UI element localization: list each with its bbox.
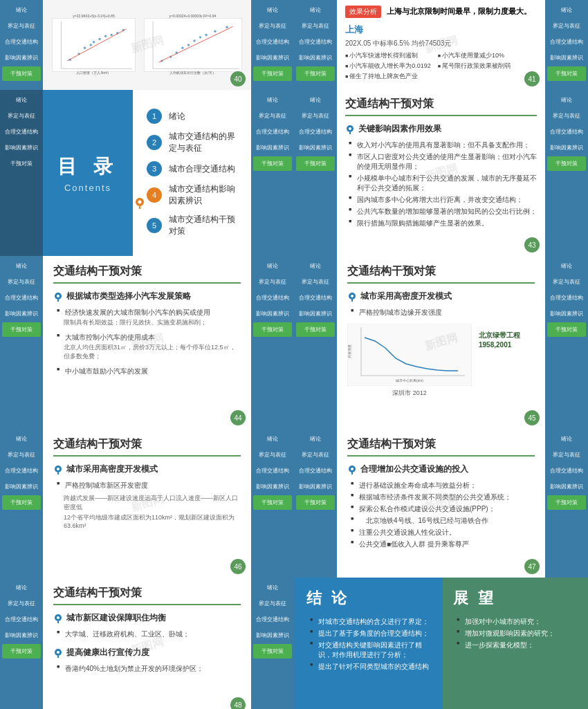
lsb5-hl[interactable]: 合理交通结构 <box>2 291 41 305</box>
rsb6-ln[interactable]: 绪论 <box>547 259 586 273</box>
rsb8-jd[interactable]: 界定与表征 <box>547 448 586 462</box>
rsb9-ln[interactable]: 绪论 <box>253 580 292 595</box>
lsb9-yx[interactable]: 影响因素辨识 <box>2 628 41 643</box>
rsb5-gy[interactable]: 干预对策 <box>253 322 292 337</box>
toc-item-1[interactable]: 1 绪论 <box>147 109 237 124</box>
rsb4-gy[interactable]: 干预对策 <box>547 156 586 171</box>
lsb3-ln[interactable]: 绪论 <box>2 93 41 107</box>
lsb2-yx[interactable]: 影响因素辨识 <box>296 50 335 65</box>
lsb7-gy[interactable]: 干预对策 <box>2 495 41 510</box>
rsb5-jd[interactable]: 界定与表征 <box>253 275 292 289</box>
rsb7-gy[interactable]: 干预对策 <box>253 495 292 510</box>
lsb5-jd[interactable]: 界定与表征 <box>2 275 41 289</box>
rsb7-ln[interactable]: 绪论 <box>253 432 292 446</box>
rsb9-gy[interactable]: 干预对策 <box>253 644 292 659</box>
effect-content: 效果分析 上海与北京限制时间最早，限制力度最大。 上海 202X.05 中标率6… <box>337 0 545 90</box>
rsb3-jd[interactable]: 界定与表征 <box>253 109 292 123</box>
lsb3-yx[interactable]: 影响因素辨识 <box>2 140 41 155</box>
rsb1-gydce[interactable]: 干预对策 <box>253 66 292 81</box>
rsb5-hl[interactable]: 合理交通结构 <box>253 291 292 305</box>
rsb9-jd[interactable]: 界定与表征 <box>253 596 292 611</box>
lsb7-ln[interactable]: 绪论 <box>2 432 41 446</box>
lsb4-hl[interactable]: 合理交通结构 <box>296 125 335 139</box>
lsb2-hl[interactable]: 合理交通结构 <box>296 35 335 49</box>
rsb2-jd[interactable]: 界定与表征 <box>547 19 586 33</box>
sidebar-item-lunwen[interactable]: 绪论 <box>2 3 41 17</box>
toc-item-5[interactable]: 5 城市交通结构干预对策 <box>147 214 237 237</box>
rsb8-hl[interactable]: 合理交通结构 <box>547 463 586 478</box>
rsb7-hl[interactable]: 合理交通结构 <box>253 463 292 478</box>
lsb6-hl[interactable]: 合理交通结构 <box>296 291 335 305</box>
sidebar-item-hljg[interactable]: 合理交通结构 <box>2 35 41 49</box>
p48-sub2-title: 提高健康出行宣传力度 <box>53 647 241 659</box>
toc-item-2[interactable]: 2 城市交通结构的界定与表征 <box>147 131 237 154</box>
lsb7-hl[interactable]: 合理交通结构 <box>2 463 41 478</box>
lsb6-gy[interactable]: 干预对策 <box>296 322 335 337</box>
lsb3-hl[interactable]: 合理交通结构 <box>2 125 41 139</box>
kf-b2: 市区人口密度对公共交通的使用产生显著影响；但对小汽车的使用无明显作用； <box>349 151 537 172</box>
lsb8-jd[interactable]: 界定与表征 <box>296 448 335 462</box>
lsb8-yx[interactable]: 影响因素辨识 <box>296 479 335 494</box>
rsb4-ln[interactable]: 绪论 <box>547 93 586 107</box>
sidebar-item-gydce[interactable]: 干预对策 <box>2 66 41 81</box>
toc-item-3[interactable]: 3 城市合理交通结构 <box>147 161 237 176</box>
lsb6-ln[interactable]: 绪论 <box>296 259 335 273</box>
lsb9-gy[interactable]: 干预对策 <box>2 644 41 659</box>
sidebar-item-jd[interactable]: 界定与表征 <box>2 19 41 33</box>
lsb4-gy[interactable]: 干预对策 <box>296 156 335 171</box>
lsb9-ln[interactable]: 绪论 <box>2 580 41 595</box>
lsb2-ln[interactable]: 绪论 <box>296 3 335 17</box>
lsb6-yx[interactable]: 影响因素辨识 <box>296 306 335 321</box>
lsb5-yx[interactable]: 影响因素辨识 <box>2 306 41 321</box>
rsb4-hl[interactable]: 合理交通结构 <box>547 125 586 139</box>
rsb3-hl[interactable]: 合理交通结构 <box>253 125 292 139</box>
rsb8-yx[interactable]: 影响因素辨识 <box>547 479 586 494</box>
rsb3-gy[interactable]: 干预对策 <box>253 156 292 171</box>
rsb7-yx[interactable]: 影响因素辨识 <box>253 479 292 494</box>
rsb1-jd[interactable]: 界定与表征 <box>253 19 292 33</box>
rsb9-yx[interactable]: 影响因素辨识 <box>253 628 292 643</box>
rsb9-hl[interactable]: 合理交通结构 <box>253 612 292 627</box>
toc-item-4[interactable]: 4 城市交通结构影响因素辨识 <box>147 183 237 207</box>
rsb3-ln[interactable]: 绪论 <box>253 93 292 107</box>
sidebar-item-yxys[interactable]: 影响因素辨识 <box>2 50 41 65</box>
rsb7-jd[interactable]: 界定与表征 <box>253 448 292 462</box>
lsb7-yx[interactable]: 影响因素辨识 <box>2 479 41 494</box>
lsb4-yx[interactable]: 影响因素辨识 <box>296 140 335 155</box>
rsb1-yxys[interactable]: 影响因素辨识 <box>253 50 292 65</box>
lsb2-jd[interactable]: 界定与表征 <box>296 19 335 33</box>
lsb6-jd[interactable]: 界定与表征 <box>296 275 335 289</box>
rsb2-ln[interactable]: 绪论 <box>547 3 586 17</box>
lsb3-jd[interactable]: 界定与表征 <box>2 109 41 123</box>
lsb5-gy[interactable]: 干预对策 <box>2 322 41 337</box>
rsb2-hl[interactable]: 合理交通结构 <box>547 35 586 49</box>
lsb5-ln[interactable]: 绪论 <box>2 259 41 273</box>
rsb6-gy[interactable]: 干预对策 <box>547 322 586 337</box>
rsb6-yx[interactable]: 影响因素辨识 <box>547 306 586 321</box>
rsb3-yx[interactable]: 影响因素辨识 <box>253 140 292 155</box>
rsb4-jd[interactable]: 界定与表征 <box>547 109 586 123</box>
lsb8-gy[interactable]: 干预对策 <box>296 495 335 510</box>
rsb1-hljg[interactable]: 合理交通结构 <box>253 35 292 49</box>
lsb9-hl[interactable]: 合理交通结构 <box>2 612 41 627</box>
rsb8-gy[interactable]: 干预对策 <box>547 495 586 510</box>
rsb4-yx[interactable]: 影响因素辨识 <box>547 140 586 155</box>
lsb7-jd[interactable]: 界定与表征 <box>2 448 41 462</box>
lsb4-jd[interactable]: 界定与表征 <box>296 109 335 123</box>
rsb6-hl[interactable]: 合理交通结构 <box>547 291 586 305</box>
svg-text:y=22.9642+5(x-3.24)+0.85: y=22.9642+5(x-3.24)+0.85 <box>73 14 115 18</box>
rsb5-yx[interactable]: 影响因素辨识 <box>253 306 292 321</box>
lsb3-gy[interactable]: 干预对策 <box>2 156 41 171</box>
lsb2-gy[interactable]: 干预对策 <box>296 66 335 81</box>
rsb6-jd[interactable]: 界定与表征 <box>547 275 586 289</box>
lsb9-jd[interactable]: 界定与表征 <box>2 596 41 611</box>
lsb4-ln[interactable]: 绪论 <box>296 93 335 107</box>
lsb8-hl[interactable]: 合理交通结构 <box>296 463 335 478</box>
rsb5-ln[interactable]: 绪论 <box>253 259 292 273</box>
rsb8-ln[interactable]: 绪论 <box>547 432 586 446</box>
sh-b1: ■小汽车快速增长得到遏制 <box>345 50 431 61</box>
lsb8-ln[interactable]: 绪论 <box>296 432 335 446</box>
rsb2-gy[interactable]: 干预对策 <box>547 66 586 81</box>
rsb2-yx[interactable]: 影响因素辨识 <box>547 50 586 65</box>
rsb1-lunwen[interactable]: 绪论 <box>253 3 292 17</box>
